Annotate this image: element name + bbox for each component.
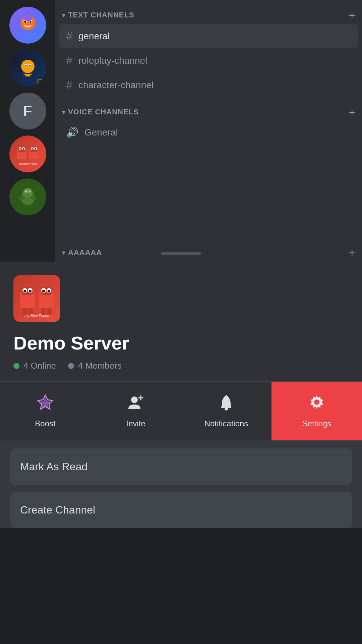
create-channel-button[interactable]: Create Channel — [10, 492, 352, 528]
channel-item-general-voice[interactable]: 🔊 General — [59, 121, 358, 144]
notifications-icon — [218, 394, 235, 414]
mark-as-read-button[interactable]: Mark As Read — [10, 448, 352, 485]
hash-icon-roleplay: # — [66, 54, 72, 67]
svg-rect-13 — [40, 84, 42, 85]
svg-point-29 — [23, 188, 33, 197]
settings-label: Settings — [302, 419, 331, 428]
monitor-icon — [38, 79, 44, 85]
server-banner: my Best Friend — [13, 275, 60, 322]
aaaaa-add-button[interactable]: + — [349, 247, 355, 258]
online-count-value: 4 — [23, 361, 28, 371]
members-dot — [68, 363, 74, 369]
channel-item-roleplay[interactable]: # roleplay-channel — [59, 49, 358, 72]
svg-point-55 — [131, 396, 138, 403]
server-name: Demo Server — [13, 332, 349, 354]
svg-point-4 — [29, 21, 32, 23]
svg-point-6 — [21, 60, 35, 73]
text-channels-section: ▾ TEXT CHANNELS + # general # roleplay-c… — [55, 7, 362, 97]
text-channels-label: TEXT CHANNELS — [68, 11, 134, 19]
voice-channels-section: ▾ VOICE CHANNELS + 🔊 General — [55, 104, 362, 144]
svg-rect-60 — [221, 407, 231, 408]
gear-icon — [308, 394, 325, 411]
svg-point-62 — [314, 399, 319, 405]
server-icon-5[interactable] — [9, 178, 46, 215]
voice-channels-header-left: ▾ VOICE CHANNELS — [62, 108, 139, 116]
svg-point-20 — [23, 148, 24, 150]
server-icon-robot[interactable]: my Best Friend — [9, 136, 46, 172]
svg-point-48 — [42, 290, 45, 292]
svg-point-25 — [32, 148, 33, 150]
boost-icon — [37, 394, 54, 414]
channel-item-general[interactable]: # general — [59, 24, 358, 48]
avatar-art-2 — [16, 56, 40, 80]
server-banner-art: my Best Friend — [17, 278, 57, 319]
hash-icon-character: # — [66, 78, 72, 92]
members-label: Members — [85, 361, 122, 371]
text-channels-header-left: ▾ TEXT CHANNELS — [62, 11, 134, 19]
voice-channels-chevron: ▾ — [62, 108, 65, 116]
mark-as-read-label: Mark As Read — [20, 461, 87, 473]
channel-name-roleplay: roleplay-channel — [78, 55, 147, 66]
text-channels-chevron: ▾ — [62, 11, 65, 19]
channel-name-general: general — [78, 31, 110, 42]
svg-text:my Best Friend: my Best Friend — [24, 314, 50, 318]
server-bottom-sheet: my Best Friend Demo Server 4 Online 4 Me… — [0, 262, 362, 528]
svg-point-40 — [23, 290, 26, 292]
invite-label: Invite — [126, 419, 145, 428]
online-dot — [13, 363, 19, 369]
svg-rect-12 — [38, 80, 44, 84]
svg-point-33 — [29, 192, 30, 193]
notifications-button[interactable]: Notifications — [181, 382, 272, 440]
text-channels-header[interactable]: ▾ TEXT CHANNELS + — [55, 7, 362, 23]
aaaaa-label: AAAAAA — [68, 248, 102, 257]
create-channel-label: Create Channel — [20, 504, 95, 516]
svg-text:my Best Friend: my Best Friend — [19, 162, 37, 165]
settings-button[interactable]: Settings — [272, 382, 362, 440]
boost-button[interactable]: Boost — [0, 382, 90, 440]
online-stat: 4 Online — [13, 361, 56, 371]
svg-point-26 — [35, 148, 36, 150]
channel-item-character[interactable]: # character-channel — [59, 73, 358, 97]
hash-icon-general: # — [66, 30, 72, 43]
server-stats: 4 Online 4 Members — [13, 361, 349, 371]
server-info-section: my Best Friend Demo Server 4 Online 4 Me… — [0, 262, 362, 381]
members-count: 4 Members — [78, 361, 122, 371]
svg-point-11 — [29, 65, 31, 66]
members-count-value: 4 — [78, 361, 83, 371]
server-letter: F — [23, 103, 32, 119]
online-count: 4 Online — [23, 361, 56, 371]
svg-point-10 — [25, 65, 26, 66]
invite-icon — [127, 394, 144, 414]
aaaaa-chevron: ▾ — [62, 249, 65, 257]
avatar-art-1 — [16, 13, 40, 37]
svg-point-49 — [48, 290, 50, 292]
voice-channels-header[interactable]: ▾ VOICE CHANNELS + — [55, 104, 362, 120]
invite-person-icon — [127, 394, 144, 411]
svg-point-3 — [24, 21, 26, 23]
voice-speaker-icon: 🔊 — [66, 126, 78, 138]
action-buttons-row: Boost Invite — [0, 382, 362, 440]
monitor-badge — [36, 78, 46, 86]
channel-name-character: character-channel — [78, 80, 154, 91]
members-stat: 4 Members — [68, 361, 122, 371]
text-channels-add-button[interactable]: + — [349, 9, 355, 21]
boost-svg-icon — [37, 394, 54, 411]
voice-channels-add-button[interactable]: + — [349, 106, 355, 118]
server-icon-2[interactable] — [9, 50, 46, 87]
svg-point-41 — [29, 290, 32, 292]
invite-button[interactable]: Invite — [90, 382, 181, 440]
server-icon-1[interactable] — [9, 7, 46, 44]
online-label: Online — [31, 361, 56, 371]
avatar-art-5 — [16, 185, 40, 209]
server-sidebar: F — [0, 0, 55, 262]
svg-rect-5 — [23, 16, 32, 21]
robot-avatar-art: my Best Friend — [14, 141, 41, 167]
aaaaa-section-header[interactable]: ▾ AAAAAA + — [55, 244, 362, 262]
server-icon-f[interactable]: F — [9, 93, 46, 129]
settings-icon — [308, 394, 325, 414]
svg-point-19 — [19, 148, 21, 150]
channel-list-section: F — [0, 0, 362, 262]
channel-name-general-voice: General — [84, 127, 118, 138]
boost-label: Boost — [35, 419, 55, 428]
bell-icon — [218, 394, 235, 411]
